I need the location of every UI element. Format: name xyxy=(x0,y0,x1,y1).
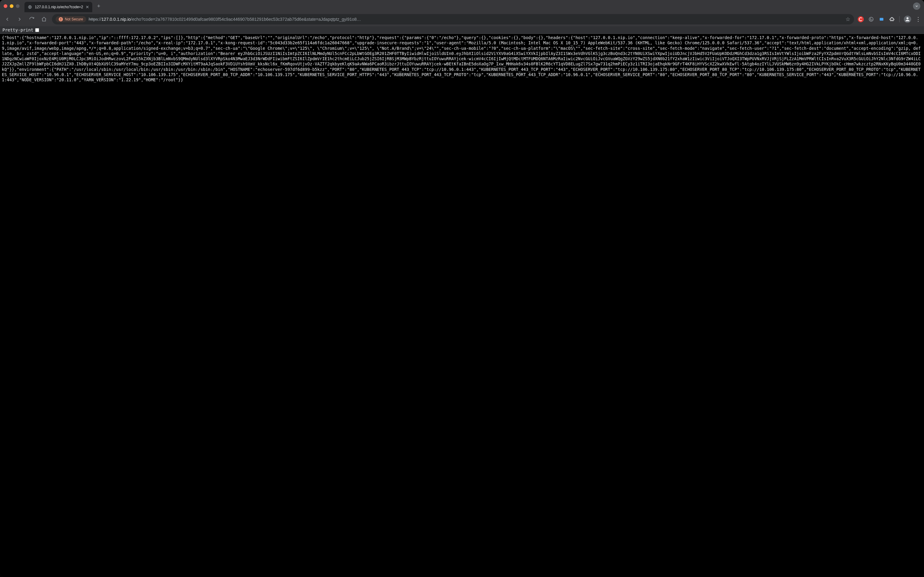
bookmark-star-icon[interactable]: ☆ xyxy=(845,16,850,23)
extensions-puzzle-icon[interactable] xyxy=(889,16,895,22)
extension-grammarly-icon[interactable] xyxy=(868,16,874,22)
forward-button[interactable] xyxy=(15,15,24,24)
reload-button[interactable] xyxy=(27,15,36,24)
tabs-dropdown-button[interactable] xyxy=(913,2,920,10)
toolbar-divider xyxy=(899,16,900,22)
not-secure-label: Not Secure xyxy=(65,17,83,21)
back-button[interactable] xyxy=(3,15,11,24)
response-body[interactable]: {"host":{"hostname":"127.0.0.1.nip.io","… xyxy=(0,34,924,577)
pretty-print-checkbox[interactable] xyxy=(35,28,39,32)
browser-tab[interactable]: 127.0.0.1.nip.io/echo?code=2 ✕ xyxy=(24,2,92,12)
toolbar-right: ⋮ xyxy=(858,16,921,23)
new-tab-button[interactable]: + xyxy=(95,3,103,10)
window-maximize-button[interactable] xyxy=(16,4,19,8)
extension-wallet-icon[interactable] xyxy=(879,16,885,22)
home-button[interactable] xyxy=(40,15,48,24)
svg-point-3 xyxy=(906,17,909,19)
browser-window: 127.0.0.1.nip.io/echo?code=2 ✕ + ! Not S… xyxy=(0,0,924,577)
pretty-print-label: Pretty-print xyxy=(2,27,33,32)
tab-close-icon[interactable]: ✕ xyxy=(85,5,89,10)
globe-icon xyxy=(27,5,32,10)
titlebar: 127.0.0.1.nip.io/echo?code=2 ✕ + xyxy=(0,0,924,12)
extension-adblock-icon[interactable] xyxy=(858,16,864,22)
pretty-print-bar: Pretty-print xyxy=(0,26,924,34)
warning-icon: ! xyxy=(59,17,63,21)
toolbar: ! Not Secure https://127.0.0.1.nip.io/ec… xyxy=(0,12,924,26)
window-close-button[interactable] xyxy=(4,4,7,8)
svg-rect-2 xyxy=(880,18,883,21)
tab-title: 127.0.0.1.nip.io/echo?code=2 xyxy=(35,5,83,9)
address-bar[interactable]: ! Not Secure https://127.0.0.1.nip.io/ec… xyxy=(52,14,854,24)
url-text: https://127.0.0.1.nip.io/echo?code=2a767… xyxy=(89,17,843,22)
profile-avatar[interactable] xyxy=(904,16,911,23)
security-chip[interactable]: ! Not Secure xyxy=(56,16,86,22)
window-minimize-button[interactable] xyxy=(10,4,13,8)
chrome-menu-button[interactable]: ⋮ xyxy=(916,16,921,23)
svg-point-1 xyxy=(869,17,873,21)
traffic-lights xyxy=(4,4,19,8)
